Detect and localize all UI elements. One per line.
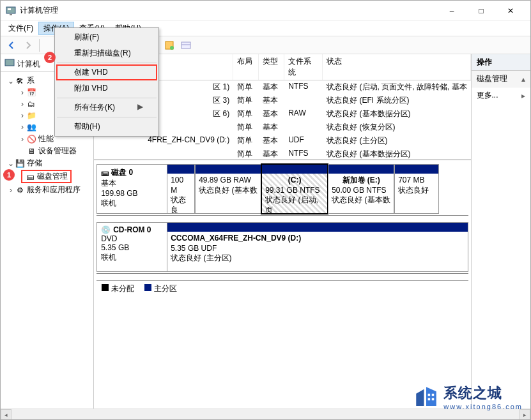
nav-back-button[interactable]: [4, 38, 19, 52]
disk-row-0: 🖴磁盘 0 基本 199.98 GB 联机 100 M状态良49.89 GB R…: [96, 164, 468, 216]
maximize-button[interactable]: □: [466, 1, 496, 21]
nav-forward-button[interactable]: [21, 38, 35, 52]
col-filesystem[interactable]: 文件系统: [284, 54, 323, 80]
partition[interactable]: 707 MB状态良好: [394, 164, 439, 214]
menu-help[interactable]: 帮助(H): [56, 119, 157, 135]
menu-file[interactable]: 文件(F): [3, 22, 38, 35]
annotation-marker-2: 2: [44, 52, 56, 63]
menu-create-vhd[interactable]: 创建 VHD: [56, 64, 157, 80]
partition[interactable]: 100 M状态良: [167, 164, 195, 214]
volume-row[interactable]: 简单基本NTFS状态良好 (基本数据分区): [94, 147, 470, 161]
svg-rect-10: [432, 394, 435, 396]
chevron-right-icon[interactable]: ›: [7, 186, 15, 195]
menu-separator: [57, 117, 157, 117]
watermark-logo-icon: [413, 384, 440, 410]
tools-icon: 🛠: [15, 76, 25, 86]
svg-point-5: [170, 46, 174, 50]
svg-rect-2: [10, 14, 12, 15]
tree-services[interactable]: ›⚙服务和应用程序: [1, 184, 93, 196]
device-icon: 🖥: [26, 146, 36, 156]
disk-info[interactable]: 💿CD-ROM 0 DVD 5.35 GB 联机: [96, 222, 167, 272]
svg-rect-11: [428, 398, 431, 401]
disk-row-cdrom: 💿CD-ROM 0 DVD 5.35 GB 联机 CCCOMA_X64FRE_Z…: [96, 222, 468, 274]
cdrom-icon: 💿: [101, 225, 111, 234]
partition[interactable]: (C:)99.31 GB NTFS状态良好 (启动, 页: [261, 164, 328, 214]
actions-pane-subtitle[interactable]: 磁盘管理 ▴: [472, 71, 530, 87]
chevron-down-icon[interactable]: ⌄: [7, 159, 15, 168]
window-title: 计算机管理: [20, 5, 58, 16]
menu-attach-vhd[interactable]: 附加 VHD: [56, 80, 157, 96]
actions-pane-title: 操作: [472, 54, 530, 71]
svg-rect-9: [428, 394, 431, 396]
tree-storage[interactable]: ⌄💾存储: [1, 157, 93, 169]
partition[interactable]: 新加卷 (E:)50.00 GB NTFS状态良好 (基本数: [328, 164, 394, 214]
disk-icon: 🖴: [25, 172, 35, 182]
tree-header: 计算机: [17, 59, 40, 70]
services-icon: ⚙: [15, 185, 25, 195]
chevron-down-icon[interactable]: ⌄: [7, 77, 15, 86]
disk-icon: 🖴: [101, 169, 109, 177]
menu-rescan-disks[interactable]: 重新扫描磁盘(R): [56, 45, 157, 61]
partition[interactable]: 49.89 GB RAW状态良好 (基本数: [195, 164, 261, 214]
storage-icon: 💾: [15, 158, 25, 169]
scroll-left-button[interactable]: ◂: [1, 409, 12, 420]
menu-all-tasks[interactable]: 所有任务(K)▶: [56, 100, 157, 116]
chevron-right-icon[interactable]: ›: [19, 111, 26, 120]
disk-info[interactable]: 🖴磁盘 0 基本 199.98 GB 联机: [96, 164, 167, 214]
legend-swatch-primary: [144, 284, 151, 291]
chevron-right-icon[interactable]: ›: [19, 135, 26, 144]
svg-rect-8: [5, 59, 14, 66]
toolbar-icon[interactable]: [179, 38, 193, 52]
chevron-up-icon[interactable]: ▴: [521, 75, 525, 84]
action-dropdown: 刷新(F) 重新扫描磁盘(R) 创建 VHD 附加 VHD 所有任务(K)▶ 帮…: [54, 27, 159, 137]
partition[interactable]: CCCOMA_X64FRE_ZH-CN_DV9 (D:) 5.35 GB UDF…: [167, 222, 468, 272]
svg-rect-6: [181, 42, 190, 49]
actions-more[interactable]: 更多... ▸: [472, 87, 530, 103]
chevron-right-icon: ▸: [521, 91, 525, 100]
svg-rect-12: [432, 398, 435, 401]
col-layout[interactable]: 布局: [233, 54, 259, 80]
tree-item-devmgr[interactable]: 🖥设备管理器: [1, 145, 93, 157]
tree-item-diskmgmt[interactable]: 🖴 磁盘管理: [3, 169, 93, 184]
toolbar-separator: [39, 39, 40, 52]
menu-refresh[interactable]: 刷新(F): [56, 29, 157, 45]
menu-separator: [57, 63, 157, 63]
chevron-right-icon[interactable]: ›: [19, 100, 26, 109]
chevron-right-icon[interactable]: ›: [19, 88, 26, 97]
chevron-right-icon[interactable]: ›: [19, 123, 26, 131]
legend-swatch-unallocated: [102, 284, 109, 291]
app-icon: [6, 6, 16, 16]
annotation-marker-1: 1: [3, 169, 15, 181]
computer-icon: [4, 58, 15, 70]
svg-rect-1: [8, 8, 11, 10]
scroll-right-button[interactable]: ▸: [519, 409, 530, 420]
chevron-right-icon: ▶: [137, 102, 143, 113]
menu-separator: [57, 98, 157, 98]
legend: 未分配 主分区: [96, 280, 468, 297]
col-type[interactable]: 类型: [259, 54, 284, 80]
close-button[interactable]: ✕: [496, 1, 525, 21]
col-status[interactable]: 状态: [323, 54, 470, 80]
watermark: 系统之城 www.xitong86.com: [413, 384, 523, 410]
minimize-button[interactable]: –: [437, 1, 466, 21]
toolbar-icon[interactable]: [162, 38, 176, 52]
performance-icon: 🚫: [26, 134, 36, 144]
